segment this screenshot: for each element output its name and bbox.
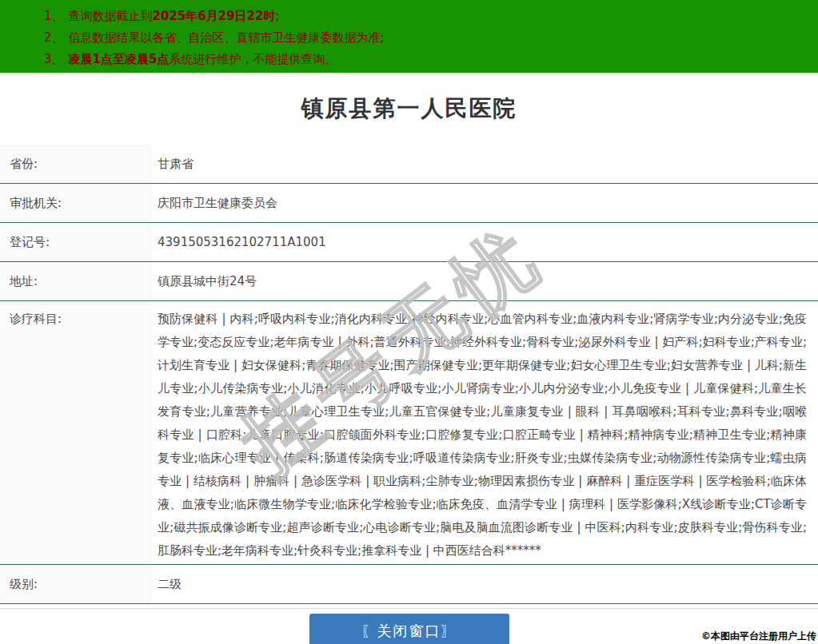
- row-approval-authority: 审批机关: 庆阳市卫生健康委员会: [0, 184, 818, 223]
- notice-text: 信息数据结果以各省、自治区、直辖市卫生健康委数据为准;: [69, 30, 385, 45]
- notice-bold-text: 2025年6月29日22时: [153, 9, 276, 23]
- row-label: 地址:: [0, 262, 152, 300]
- row-value: 甘肃省: [152, 145, 818, 183]
- notice-number: 3、: [44, 52, 64, 66]
- row-province: 省份: 甘肃省: [0, 145, 818, 184]
- row-value: 预防保健科 | 内科;呼吸内科专业;消化内科专业;神经内科专业;心血管内科专业;…: [152, 301, 818, 564]
- close-window-button[interactable]: 〖关闭窗口〗: [309, 614, 509, 644]
- row-value: 庆阳市卫生健康委员会: [152, 184, 818, 222]
- notice-text: 查询数据截止到: [69, 9, 153, 23]
- notice-number: 1、: [44, 9, 64, 23]
- row-address: 地址: 镇原县城中街24号: [0, 262, 818, 301]
- row-label: 级别:: [0, 565, 152, 603]
- notice-bold-text: 凌晨1点至凌晨5点: [69, 52, 170, 66]
- notice-line-2: 2、信息数据结果以各省、自治区、直辖市卫生健康委数据为准;: [44, 27, 810, 49]
- button-area: 〖关闭窗口〗: [0, 614, 818, 644]
- row-label: 登记号:: [0, 223, 152, 261]
- row-label: 诊疗科目:: [0, 301, 152, 564]
- row-departments: 诊疗科目: 预防保健科 | 内科;呼吸内科专业;消化内科专业;神经内科专业;心血…: [0, 301, 818, 565]
- notice-line-1: 1、查询数据截止到2025年6月29日22时;: [44, 6, 810, 27]
- hospital-info-table: 省份: 甘肃省 审批机关: 庆阳市卫生健康委员会 登记号: 4391505316…: [0, 145, 818, 609]
- copyright-note: ©本图由平台注册用户上传: [701, 630, 816, 643]
- row-value: 43915053162102711A1001: [152, 223, 818, 261]
- row-level: 级别: 二级: [0, 565, 818, 604]
- page-title: 镇原县第一人民医院: [301, 93, 517, 124]
- hospital-info-page: { "header": { "notices": [ { "num": "1、"…: [0, 0, 818, 644]
- notice-banner: 1、查询数据截止到2025年6月29日22时; 2、信息数据结果以各省、自治区、…: [0, 0, 818, 73]
- notice-text: 系统进行维护，不能提供查询。: [169, 52, 337, 66]
- notice-text: ;: [275, 9, 279, 23]
- row-value: 镇原县城中街24号: [152, 262, 818, 300]
- notice-line-3: 3、凌晨1点至凌晨5点系统进行维护，不能提供查询。: [44, 49, 810, 70]
- row-label: 审批机关:: [0, 184, 152, 222]
- row-value: 二级: [152, 565, 818, 603]
- title-area: 镇原县第一人民医院: [0, 73, 818, 145]
- row-registration-number: 登记号: 43915053162102711A1001: [0, 223, 818, 262]
- row-label: 省份:: [0, 145, 152, 183]
- notice-number: 2、: [44, 30, 64, 45]
